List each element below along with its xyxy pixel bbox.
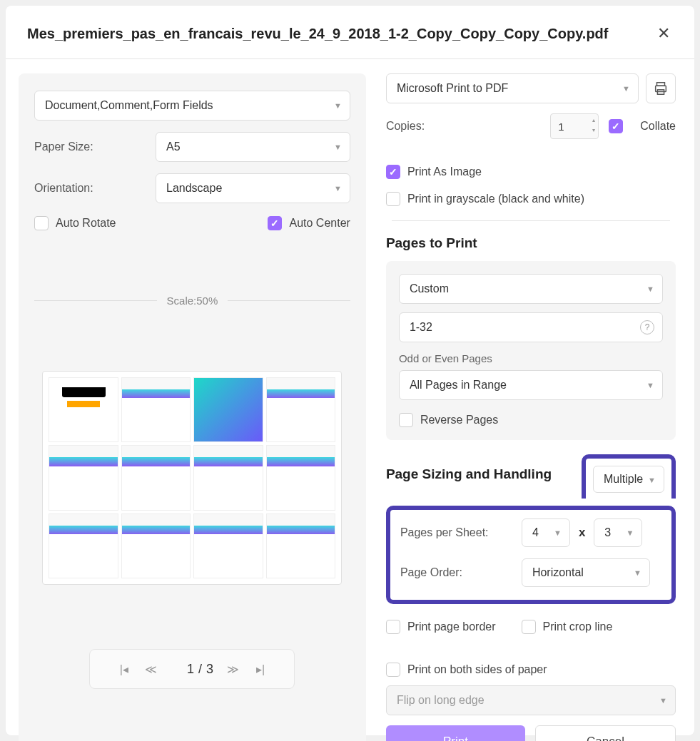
pages-to-print-title: Pages to Print	[386, 235, 676, 251]
paper-size-label: Paper Size:	[34, 140, 156, 153]
pps-cols-select[interactable]: 4 ▼	[522, 518, 570, 547]
copies-label: Copies:	[386, 120, 540, 133]
page-preview	[42, 371, 342, 585]
dialog-header: Mes_premiers_pas_en_francais_revu_le_24_…	[6, 6, 694, 59]
auto-rotate-checkbox[interactable]	[34, 216, 49, 230]
flip-edge-value: Flip on long edge	[397, 694, 485, 707]
print-button[interactable]: Print	[386, 725, 525, 741]
divider	[392, 220, 670, 221]
reverse-pages-checkbox[interactable]	[399, 413, 413, 427]
page-order-label: Page Order:	[400, 566, 522, 579]
page-order-select[interactable]: Horizontal ▼	[522, 558, 650, 587]
auto-center-label: Auto Center	[289, 217, 350, 230]
copies-value: 1	[558, 121, 564, 133]
odd-even-label: Odd or Even Pages	[399, 352, 663, 364]
collate-label: Collate	[640, 120, 676, 133]
auto-rotate-label: Auto Rotate	[56, 217, 116, 230]
scale-text: Scale:50%	[157, 295, 228, 307]
page-sizing-title: Page Sizing and Handling	[386, 466, 552, 482]
orientation-label: Orientation:	[34, 182, 156, 195]
prev-page-button[interactable]: ≪	[138, 656, 164, 682]
page-order-value: Horizontal	[532, 566, 584, 579]
auto-center-checkbox[interactable]	[268, 216, 282, 230]
printer-icon	[653, 81, 669, 96]
help-icon[interactable]: ?	[640, 320, 654, 334]
page-number-input[interactable]	[166, 662, 194, 677]
both-sides-checkbox[interactable]	[386, 663, 400, 677]
sizing-highlight: Pages per Sheet: 4 ▼ x 3 ▼ Page Order:	[386, 506, 676, 604]
pager-total: 3	[206, 662, 219, 677]
print-content-select[interactable]: Document,Comment,Form Fields ▼	[34, 91, 350, 121]
paper-size-select[interactable]: A5 ▼	[156, 132, 350, 162]
preview-pager: |◂ ≪ / 3 ≫ ▸|	[89, 649, 295, 689]
print-dialog: Mes_premiers_pas_en_francais_revu_le_24_…	[6, 6, 694, 735]
print-border-label: Print page border	[407, 620, 496, 633]
pps-cols-value: 4	[532, 526, 539, 539]
odd-even-value: All Pages in Range	[410, 379, 507, 392]
print-crop-label: Print crop line	[543, 620, 613, 633]
paper-size-value: A5	[166, 140, 181, 153]
pager-separator: /	[196, 662, 205, 677]
first-page-button[interactable]: |◂	[111, 656, 137, 682]
copies-spinner[interactable]: 1	[550, 113, 599, 139]
close-button[interactable]: ✕	[654, 21, 673, 46]
orientation-value: Landscape	[166, 182, 222, 195]
page-range-input[interactable]	[399, 312, 663, 342]
printer-select[interactable]: Microsoft Print to PDF ▼	[386, 73, 639, 103]
print-as-image-label: Print As Image	[407, 165, 482, 178]
orientation-select[interactable]: Landscape ▼	[156, 173, 350, 203]
print-border-checkbox[interactable]	[386, 620, 400, 634]
scale-indicator: Scale:50%	[34, 295, 350, 307]
x-separator: x	[570, 526, 594, 540]
sizing-mode-select[interactable]: Multiple ▼	[593, 466, 664, 494]
grayscale-checkbox[interactable]	[386, 192, 400, 206]
collate-checkbox[interactable]	[609, 119, 623, 133]
last-page-button[interactable]: ▸|	[248, 656, 273, 682]
cancel-button[interactable]: Cancel	[535, 725, 676, 741]
print-content-value: Document,Comment,Form Fields	[45, 99, 213, 112]
pps-rows-value: 3	[604, 526, 611, 539]
pages-mode-select[interactable]: Custom ▼	[399, 274, 663, 304]
flip-edge-select: Flip on long edge ▼	[386, 685, 676, 715]
pps-rows-select[interactable]: 3 ▼	[594, 518, 642, 547]
file-title: Mes_premiers_pas_en_francais_revu_le_24_…	[27, 26, 609, 42]
print-crop-checkbox[interactable]	[522, 620, 536, 634]
pages-mode-value: Custom	[410, 282, 449, 295]
printer-properties-button[interactable]	[646, 73, 676, 103]
print-as-image-checkbox[interactable]	[386, 165, 400, 179]
sizing-mode-value: Multiple	[604, 473, 643, 486]
pages-per-sheet-label: Pages per Sheet:	[400, 526, 522, 539]
odd-even-select[interactable]: All Pages in Range ▼	[399, 370, 663, 400]
grayscale-label: Print in grayscale (black and white)	[407, 193, 584, 205]
pages-to-print-section: Custom ▼ ? Odd or Even Pages All Pages i…	[386, 261, 676, 440]
reverse-pages-label: Reverse Pages	[420, 414, 498, 426]
next-page-button[interactable]: ≫	[220, 656, 246, 682]
printer-value: Microsoft Print to PDF	[397, 82, 508, 95]
settings-panel: Microsoft Print to PDF ▼ Copies: 1 Colla…	[380, 73, 681, 741]
both-sides-label: Print on both sides of paper	[407, 663, 547, 676]
preview-panel: Document,Comment,Form Fields ▼ Paper Siz…	[19, 73, 366, 741]
